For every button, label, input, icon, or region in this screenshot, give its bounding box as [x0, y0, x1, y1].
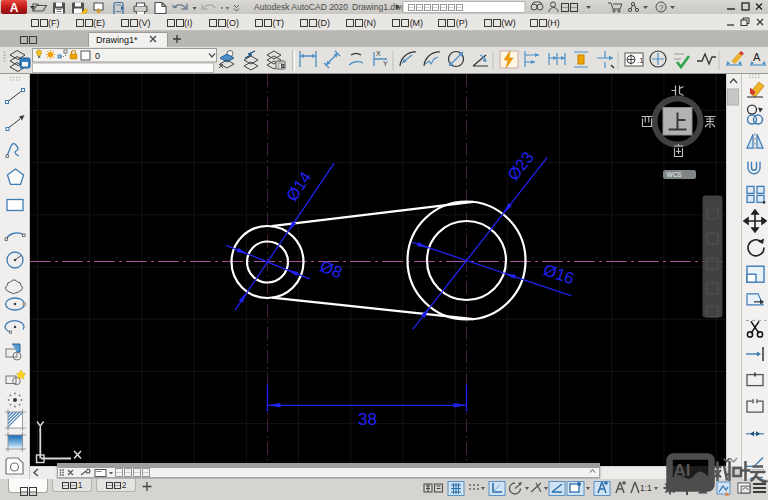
svg-text:Ø8: Ø8	[318, 256, 345, 281]
svg-text:X: X	[376, 50, 381, 57]
svg-text:38: 38	[358, 410, 377, 429]
svg-text:Y: Y	[383, 60, 388, 67]
svg-text:Al: Al	[674, 461, 691, 480]
svg-text:?: ?	[659, 3, 664, 12]
svg-text:Autodesk AutoCAD 2020: Autodesk AutoCAD 2020	[254, 2, 348, 12]
svg-text:A: A	[753, 51, 761, 63]
svg-text:WCS: WCS	[667, 171, 683, 178]
svg-text:Ø23: Ø23	[504, 148, 537, 184]
svg-text:.1: .1	[637, 56, 644, 65]
svg-text:0: 0	[95, 51, 100, 61]
svg-text:Ø16: Ø16	[541, 260, 576, 287]
svg-text:A: A	[10, 1, 19, 15]
